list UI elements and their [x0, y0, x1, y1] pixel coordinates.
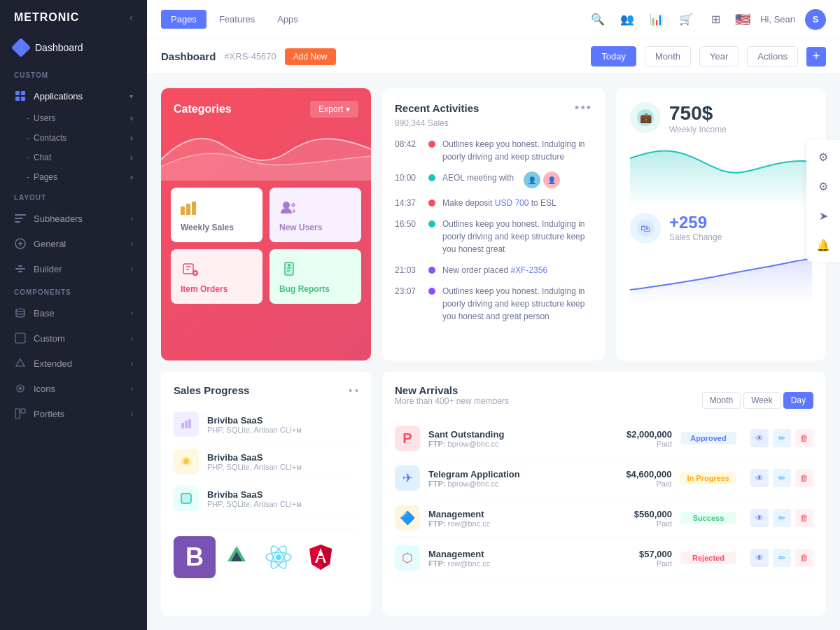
topbar-nav-features[interactable]: Features [209, 10, 265, 29]
arrivals-view-btn-1[interactable]: 👁 [750, 469, 769, 487]
sidebar-item-applications[interactable]: Applications ▾ [0, 83, 147, 108]
sidebar-sub-contacts[interactable]: -Contacts › [0, 128, 147, 148]
subheader-today-button[interactable]: Today [591, 46, 636, 66]
svg-point-41 [276, 554, 281, 560]
right-action-filter-icon[interactable]: ⚙ [812, 175, 834, 197]
cat-item-new-users: + New Users [270, 188, 361, 242]
sidebar-item-builder[interactable]: Builder › [0, 256, 147, 281]
users-icon[interactable]: 👥 [617, 10, 637, 29]
sales-progress-more[interactable]: • • [349, 385, 358, 396]
svg-text:🛍: 🛍 [640, 223, 650, 234]
export-button[interactable]: Export ▾ [310, 101, 358, 118]
act-avatar-1: 👤 [524, 172, 540, 188]
subheader-add-button[interactable]: Add New [285, 48, 336, 65]
income-change-label: Sales Change [669, 232, 722, 242]
sidebar-item-dashboard[interactable]: Dashboard [0, 35, 147, 64]
income-card: 💼 750$ Weekly Income [616, 88, 826, 360]
act-time-1650: 16:50 [395, 218, 421, 229]
sidebar-item-general[interactable]: General › [0, 231, 147, 256]
svg-rect-3 [21, 97, 25, 101]
right-action-notification-icon[interactable]: 🔔 [812, 234, 834, 256]
arrivals-view-btn-3[interactable]: 👁 [750, 549, 769, 567]
arrivals-amount-label-0: Paid [609, 440, 672, 448]
right-action-send-icon[interactable]: ➤ [812, 204, 834, 227]
search-icon[interactable]: 🔍 [588, 10, 608, 29]
arrivals-ftp-3: FTP: row@bnc.cc [428, 559, 601, 568]
subheader-year-button[interactable]: Year [699, 46, 738, 66]
income-change-value: +259 [669, 213, 722, 232]
sidebar-item-portlets[interactable]: Portlets › [0, 401, 147, 426]
sidebar-item-base[interactable]: Base › [0, 300, 147, 326]
arrivals-edit-btn-3[interactable]: ✏ [773, 549, 791, 567]
arrivals-actions-3: 👁 ✏ 🗑 [750, 549, 813, 567]
svg-rect-1 [21, 91, 25, 95]
subheader-plus-button[interactable]: + [806, 47, 826, 66]
arrivals-edit-btn-1[interactable]: ✏ [773, 469, 791, 487]
act-dot-red-1437 [428, 200, 435, 206]
svg-rect-9 [18, 265, 22, 267]
subheaders-left: Subheaders [14, 212, 83, 225]
svg-point-27 [288, 264, 290, 267]
flag-icon[interactable]: 🇺🇸 [735, 12, 750, 27]
sidebar-sub-pages[interactable]: -Pages › [0, 167, 147, 187]
arrivals-amount-0: $2,000,000 Paid [609, 429, 672, 448]
svg-rect-10 [18, 271, 22, 272]
categories-card: Categories Export ▾ [161, 88, 371, 360]
svg-rect-16 [21, 409, 25, 413]
right-action-settings-icon[interactable]: ⚙ [812, 146, 834, 168]
app-logo: METRONIC [14, 11, 79, 24]
arrivals-delete-btn-1[interactable]: 🗑 [795, 469, 813, 487]
arrivals-edit-btn-0[interactable]: ✏ [773, 429, 791, 447]
sp-name-2: Briviba SaaS [207, 489, 358, 500]
svg-rect-18 [186, 204, 190, 215]
income-chart [630, 137, 812, 207]
sidebar-item-extended[interactable]: Extended › [0, 351, 147, 376]
arrivals-info-1: Telegram Application FTP: bprow@bnc.cc [428, 469, 600, 488]
sidebar-collapse-button[interactable]: ‹ [130, 12, 133, 23]
arrivals-actions-0: 👁 ✏ 🗑 [750, 429, 813, 447]
arrivals-subtitle: More than 400+ new members [395, 396, 509, 406]
subheader-month-button[interactable]: Month [645, 46, 691, 66]
sidebar-sub-chat[interactable]: -Chat › [0, 148, 147, 167]
sp-item-1: Briviba SaaS PHP, SQLite, Artisan CLI+м [174, 443, 358, 480]
users-label: Users [34, 113, 55, 123]
arrivals-tab-month[interactable]: Month [702, 392, 741, 409]
arrivals-view-btn-0[interactable]: 👁 [750, 429, 769, 447]
extended-chevron: › [131, 360, 133, 368]
arrivals-badge-1: In Progress [680, 472, 736, 484]
activities-more-button[interactable]: ••• [575, 101, 592, 115]
svg-rect-6 [15, 221, 20, 223]
logo-vue [216, 536, 258, 578]
sidebar-item-icons[interactable]: Icons › [0, 376, 147, 401]
chart-icon[interactable]: 📊 [647, 10, 666, 29]
sp-logo-0 [174, 412, 199, 437]
topbar: Pages Features Apps 🔍 👥 📊 🛒 ⊞ 🇺🇸 Hi, Sea… [147, 0, 840, 39]
subheader-actions-button[interactable]: Actions [747, 46, 798, 66]
cart-icon[interactable]: 🛒 [676, 10, 696, 29]
topbar-avatar[interactable]: S [805, 9, 826, 30]
arrivals-tab-day[interactable]: Day [783, 392, 813, 409]
svg-point-20 [283, 202, 290, 209]
arrivals-delete-btn-3[interactable]: 🗑 [795, 549, 813, 567]
dashboard-label: Dashboard [35, 42, 83, 53]
topbar-nav-apps[interactable]: Apps [267, 10, 308, 29]
arrivals-delete-btn-2[interactable]: 🗑 [795, 509, 813, 527]
arrivals-delete-btn-0[interactable]: 🗑 [795, 429, 813, 447]
sidebar-sub-users[interactable]: -Users › [0, 108, 147, 128]
topbar-nav-pages[interactable]: Pages [161, 10, 206, 29]
arrivals-view-btn-2[interactable]: 👁 [750, 509, 769, 527]
sidebar-item-custom[interactable]: Custom › [0, 326, 147, 351]
income-values: 750$ Weekly Income [669, 102, 727, 134]
arrivals-badge-0: Approved [680, 432, 736, 444]
topbar-user-greeting: Hi, Sean [760, 14, 795, 24]
sub-dash-contacts: - [27, 133, 29, 143]
custom-chevron: › [131, 335, 133, 342]
grid-icon[interactable]: ⊞ [706, 10, 725, 29]
cat-item-item-orders: Item Orders [171, 249, 262, 304]
cat-item-bug-reports: Bug Reports [270, 249, 361, 304]
arrivals-name-2: Management [428, 509, 601, 519]
sidebar-item-subheaders[interactable]: Subheaders › [0, 206, 147, 231]
sub-dash-pages: - [27, 172, 29, 182]
arrivals-tab-week[interactable]: Week [743, 392, 780, 409]
arrivals-edit-btn-2[interactable]: ✏ [773, 509, 791, 527]
